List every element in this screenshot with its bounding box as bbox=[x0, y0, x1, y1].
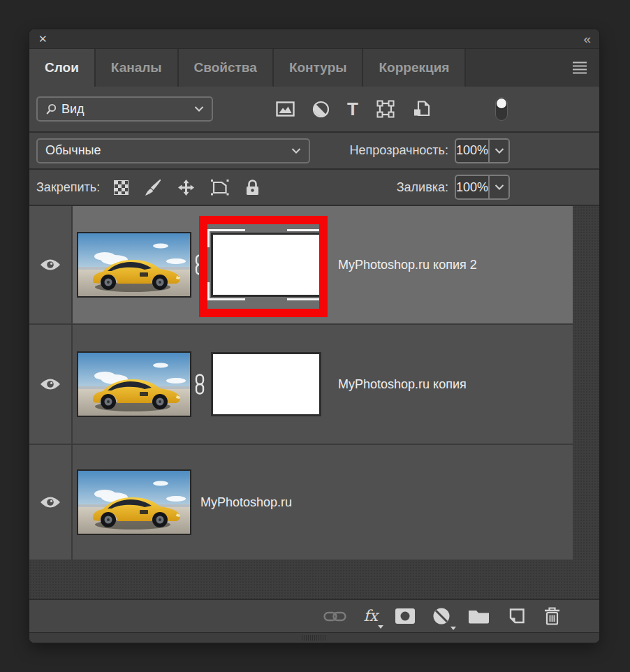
layer-mask-thumbnail[interactable] bbox=[211, 233, 321, 297]
tab-adjustments[interactable]: Коррекция bbox=[363, 49, 466, 87]
opacity-field[interactable]: 100% bbox=[455, 138, 510, 163]
panel-tabbar: Слои Каналы Свойства Контуры Коррекция bbox=[29, 49, 599, 87]
filter-kind-select[interactable]: Вид bbox=[36, 96, 213, 122]
layer-row-copy-2[interactable]: MyPhotoshop.ru копия 2 bbox=[29, 206, 573, 325]
lock-icons bbox=[114, 178, 261, 197]
fill-field[interactable]: 100% bbox=[455, 175, 510, 200]
mask-link-icon[interactable] bbox=[194, 254, 205, 275]
eye-icon[interactable] bbox=[39, 258, 61, 272]
mask-white-fill bbox=[211, 352, 321, 416]
filter-bar: Вид T bbox=[29, 87, 599, 133]
layer-mask-thumbnail[interactable] bbox=[211, 352, 321, 416]
search-icon bbox=[45, 103, 57, 115]
tab-properties[interactable]: Свойства bbox=[179, 49, 274, 87]
blend-mode-value: Обычные bbox=[45, 143, 101, 158]
chevron-down-icon bbox=[194, 106, 204, 112]
fx-flyout-arrow-icon bbox=[378, 625, 383, 629]
layer-name[interactable]: MyPhotoshop.ru bbox=[200, 495, 292, 510]
add-layer-mask-icon[interactable] bbox=[395, 608, 416, 624]
layers-bottom-toolbar: fx bbox=[29, 599, 599, 632]
panel-menu-icon[interactable] bbox=[573, 60, 587, 76]
lock-position-move-icon[interactable] bbox=[177, 178, 196, 197]
opacity-dropdown-button[interactable] bbox=[490, 140, 508, 162]
tab-layers[interactable]: Слои bbox=[29, 49, 96, 87]
filter-toggle-switch[interactable] bbox=[495, 97, 508, 121]
toggle-knob bbox=[497, 98, 506, 108]
tab-paths[interactable]: Контуры bbox=[274, 49, 364, 87]
layer-name[interactable]: MyPhotoshop.ru копия bbox=[338, 377, 467, 392]
filter-type-icons: T bbox=[276, 99, 431, 119]
chevron-down-icon bbox=[495, 184, 504, 190]
layer-row-original[interactable]: MyPhotoshop.ru bbox=[29, 445, 573, 561]
blend-mode-select[interactable]: Обычные bbox=[36, 138, 310, 163]
lock-artboard-icon[interactable] bbox=[210, 178, 230, 196]
visibility-cell[interactable] bbox=[29, 206, 73, 323]
filter-type-layers-icon[interactable]: T bbox=[347, 100, 358, 118]
filter-pixel-layers-icon[interactable] bbox=[276, 101, 295, 117]
layer-style-fx-icon[interactable]: fx bbox=[363, 608, 378, 624]
visibility-cell[interactable] bbox=[29, 325, 73, 444]
layer-row-copy[interactable]: MyPhotoshop.ru копия bbox=[29, 325, 573, 445]
fill-value[interactable]: 100% bbox=[456, 176, 490, 198]
lock-all-icon[interactable] bbox=[244, 178, 261, 197]
eye-icon[interactable] bbox=[39, 377, 61, 391]
new-group-folder-icon[interactable] bbox=[467, 608, 490, 624]
mask-selection-bracket bbox=[287, 282, 325, 300]
adjustment-flyout-arrow-icon bbox=[450, 627, 456, 630]
layer-thumbnail[interactable] bbox=[77, 469, 191, 535]
tab-channels[interactable]: Каналы bbox=[96, 49, 179, 87]
mask-selection-bracket bbox=[207, 229, 245, 247]
filter-kind-value: Вид bbox=[61, 102, 85, 117]
layer-thumbnail[interactable] bbox=[77, 232, 191, 298]
fill-dropdown-button[interactable] bbox=[490, 176, 508, 198]
lock-transparency-icon[interactable] bbox=[114, 180, 129, 195]
opacity-value[interactable]: 100% bbox=[456, 140, 490, 162]
collapse-panel-icon[interactable]: « bbox=[583, 32, 590, 45]
panel-bottom-strip bbox=[29, 632, 599, 643]
opacity-label: Непрозрачность: bbox=[350, 143, 448, 158]
mask-selection-bracket bbox=[287, 229, 325, 247]
close-icon[interactable]: ✕ bbox=[38, 34, 47, 44]
chevron-down-icon bbox=[495, 148, 504, 154]
layer-name[interactable]: MyPhotoshop.ru копия 2 bbox=[338, 258, 477, 272]
eye-icon[interactable] bbox=[39, 495, 61, 509]
filter-adjustment-layers-icon[interactable] bbox=[312, 101, 330, 118]
lock-bar: Закрепить: bbox=[29, 170, 599, 206]
resize-grip-handle[interactable] bbox=[302, 635, 327, 641]
new-adjustment-layer-icon[interactable] bbox=[432, 607, 450, 625]
blend-bar: Обычные Непрозрачность: 100% bbox=[29, 133, 599, 170]
filter-shape-layers-icon[interactable] bbox=[376, 99, 395, 119]
layers-list: MyPhotoshop.ru копия 2 bbox=[29, 206, 599, 599]
new-layer-icon[interactable] bbox=[507, 607, 526, 626]
visibility-cell[interactable] bbox=[29, 445, 73, 560]
filter-smart-objects-icon[interactable] bbox=[413, 100, 431, 118]
panel-titlebar: ✕ « bbox=[29, 29, 599, 49]
mask-selection-bracket bbox=[207, 282, 245, 300]
fill-label: Заливка: bbox=[397, 180, 448, 195]
layer-thumbnail[interactable] bbox=[77, 351, 191, 417]
lock-label: Закрепить: bbox=[36, 180, 100, 195]
layers-panel: ✕ « Слои Каналы Свойства Контуры Коррекц… bbox=[29, 29, 599, 643]
screenshot-background: ✕ « Слои Каналы Свойства Контуры Коррекц… bbox=[0, 0, 630, 672]
delete-layer-trash-icon[interactable] bbox=[543, 606, 562, 626]
link-layers-icon[interactable] bbox=[323, 610, 346, 623]
lock-pixels-brush-icon[interactable] bbox=[143, 178, 162, 197]
chevron-down-icon bbox=[291, 148, 301, 154]
mask-link-icon[interactable] bbox=[194, 374, 205, 395]
